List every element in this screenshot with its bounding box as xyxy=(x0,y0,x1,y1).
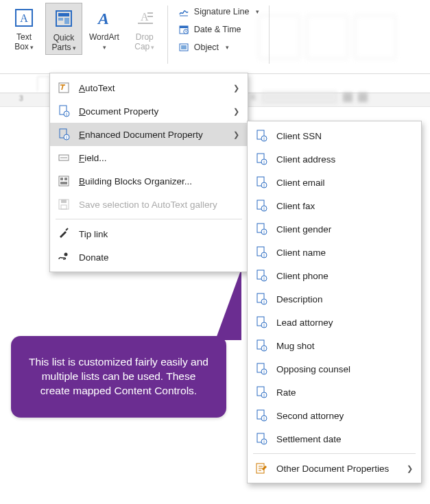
enhanced-property-item[interactable]: iSecond attorney xyxy=(248,404,421,427)
donate-menu-item[interactable]: Donate xyxy=(50,245,248,269)
document-property-icon: i xyxy=(254,176,268,189)
document-property-icon: i xyxy=(254,152,268,166)
submenu-arrow-icon: ❯ xyxy=(233,130,239,139)
date-time-label: Date & Time xyxy=(194,25,241,34)
enhanced-document-property-label: Enhanced Document Property xyxy=(79,130,225,140)
donate-icon xyxy=(57,250,71,264)
menu-separator xyxy=(253,453,416,454)
document-property-icon: i xyxy=(254,222,268,236)
building-blocks-label: Building Blocks Organizer... xyxy=(79,176,239,187)
document-property-icon: i xyxy=(254,409,268,422)
tip-link-label: Tip link xyxy=(79,229,239,239)
ribbon-separator xyxy=(167,5,168,64)
enhanced-property-label: Client email xyxy=(276,178,413,188)
svg-rect-3 xyxy=(58,13,69,16)
save-icon xyxy=(57,197,71,211)
submenu-arrow-icon: ❯ xyxy=(233,84,239,93)
wordart-label: WordArt▾ xyxy=(89,33,119,52)
building-blocks-icon xyxy=(57,174,71,188)
ribbon: A TextBox▾ QuickParts▾ A WordArt▾ A xyxy=(0,0,430,74)
donate-label: Donate xyxy=(79,252,239,263)
autotext-icon xyxy=(57,81,71,95)
document-property-icon: i xyxy=(57,104,71,118)
svg-rect-31 xyxy=(60,182,67,184)
svg-rect-18 xyxy=(181,45,187,49)
enhanced-property-label: Rate xyxy=(276,387,413,398)
text-box-button[interactable]: A TextBox▾ xyxy=(5,3,43,53)
enhanced-property-item[interactable]: iMug shot xyxy=(248,334,421,357)
object-button[interactable]: Object ▾ xyxy=(175,40,263,55)
quick-parts-button[interactable]: QuickParts▾ xyxy=(45,3,82,55)
svg-text:A: A xyxy=(97,10,109,27)
save-to-autotext-menu-item: Save selection to AutoText gallery xyxy=(50,193,248,216)
document-property-menu-item[interactable]: i Document Property ❯ xyxy=(50,99,248,123)
ribbon-separator xyxy=(269,5,270,64)
enhanced-property-label: Second attorney xyxy=(276,411,413,421)
enhanced-property-label: Lead attorney xyxy=(276,317,413,328)
autotext-menu-item[interactable]: AutoText ❯ xyxy=(50,76,248,99)
enhanced-property-item[interactable]: iClient fax xyxy=(248,194,421,217)
blurred-toolbar-area: K xyxy=(251,77,422,118)
svg-rect-29 xyxy=(60,178,63,180)
field-label: Field... xyxy=(79,153,239,163)
enhanced-property-label: Client name xyxy=(276,248,413,258)
document-property-label: Document Property xyxy=(79,106,225,117)
calendar-icon xyxy=(178,23,190,36)
signature-line-label: Signature Line xyxy=(194,7,250,16)
enhanced-document-property-submenu: iClient SSNiClient addressiClient emaili… xyxy=(247,121,422,483)
submenu-arrow-icon: ❯ xyxy=(233,107,239,116)
enhanced-property-item[interactable]: iClient email xyxy=(248,171,421,194)
enhanced-property-item[interactable]: iClient gender xyxy=(248,217,421,241)
object-icon xyxy=(178,41,190,53)
object-label: Object xyxy=(194,43,219,52)
enhanced-property-item[interactable]: iOpposing counsel xyxy=(248,357,421,381)
field-icon xyxy=(57,151,71,165)
enhanced-property-label: Client address xyxy=(276,154,413,165)
other-properties-icon xyxy=(254,461,268,475)
ruler-tick: 3 xyxy=(19,95,23,102)
wordart-button[interactable]: A WordArt▾ xyxy=(85,3,123,53)
other-document-properties-menu-item[interactable]: Other Document Properties ❯ xyxy=(248,457,421,480)
enhanced-property-item[interactable]: iDescription xyxy=(248,287,421,311)
building-blocks-organizer-menu-item[interactable]: Building Blocks Organizer... xyxy=(50,169,248,193)
date-time-button[interactable]: Date & Time xyxy=(175,22,263,37)
document-property-icon: i xyxy=(254,339,268,352)
document-property-icon: i xyxy=(254,269,268,283)
svg-rect-19 xyxy=(59,83,69,93)
field-menu-item[interactable]: Field... xyxy=(50,146,248,169)
enhanced-property-label: Client SSN xyxy=(276,131,413,141)
drop-cap-label: DropCap▾ xyxy=(134,33,154,52)
svg-rect-33 xyxy=(61,200,67,203)
enhanced-property-item[interactable]: iClient phone xyxy=(248,264,421,287)
enhanced-property-item[interactable]: iRate xyxy=(248,381,421,404)
enhanced-property-item[interactable]: iClient address xyxy=(248,147,421,171)
svg-text:A: A xyxy=(20,12,28,24)
document-property-icon: i xyxy=(254,362,268,376)
save-to-autotext-label: Save selection to AutoText gallery xyxy=(79,200,239,210)
menu-separator xyxy=(56,219,242,219)
ribbon-small-group: Signature Line ▾ Date & Time Object ▾ xyxy=(172,3,265,56)
svg-line-16 xyxy=(186,32,187,32)
enhanced-property-item[interactable]: iLead attorney xyxy=(248,311,421,334)
blurred-ribbon-area xyxy=(259,0,430,74)
enhanced-document-property-icon: i xyxy=(57,128,71,141)
document-property-icon: i xyxy=(254,432,268,446)
svg-rect-13 xyxy=(180,26,188,28)
signature-icon xyxy=(178,5,190,18)
other-properties-label: Other Document Properties xyxy=(276,464,398,474)
enhanced-property-label: Client gender xyxy=(276,224,413,235)
annotation-text: This list is customized fairly easily an… xyxy=(29,356,208,396)
signature-line-button[interactable]: Signature Line ▾ xyxy=(175,4,263,19)
enhanced-document-property-menu-item[interactable]: i Enhanced Document Property ❯ xyxy=(50,123,248,146)
autotext-label: AutoText xyxy=(79,83,225,93)
enhanced-property-label: Opposing counsel xyxy=(276,364,413,374)
enhanced-property-label: Settlement date xyxy=(276,434,413,444)
quick-parts-icon xyxy=(50,5,77,32)
enhanced-property-item[interactable]: iSettlement date xyxy=(248,427,421,451)
document-property-icon: i xyxy=(254,129,268,143)
text-box-icon: A xyxy=(10,4,38,32)
enhanced-property-item[interactable]: iClient SSN xyxy=(248,124,421,147)
enhanced-property-item[interactable]: iClient name xyxy=(248,241,421,264)
tip-link-menu-item[interactable]: Tip link xyxy=(50,222,248,245)
drop-cap-button[interactable]: A DropCap▾ xyxy=(126,3,163,53)
